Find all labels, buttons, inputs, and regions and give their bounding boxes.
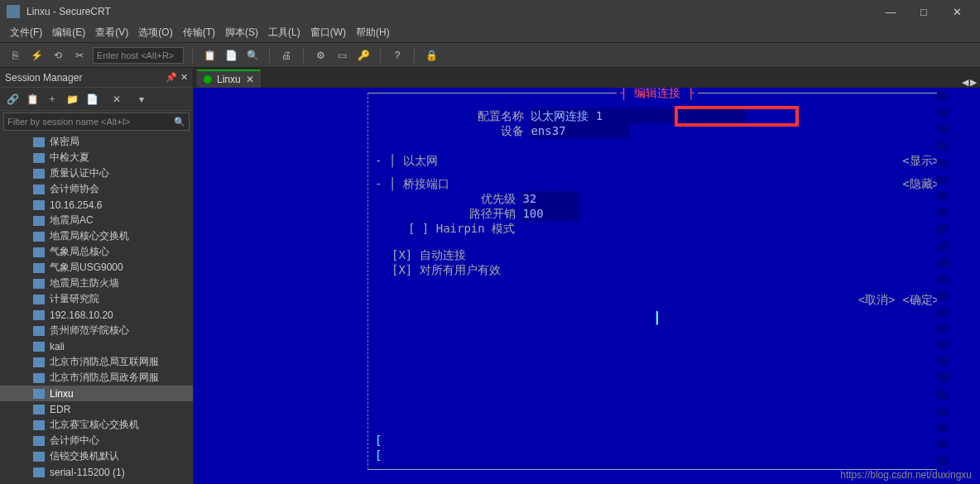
key-icon[interactable]: 🔑: [355, 47, 372, 64]
tab-label: Linxu: [217, 74, 241, 85]
connect-icon[interactable]: ⎘: [7, 47, 23, 64]
copy-icon[interactable]: 📋: [201, 47, 218, 64]
delete-icon[interactable]: ✕: [109, 92, 124, 107]
session-icon: [33, 279, 45, 289]
session-icon: [33, 342, 45, 352]
paste-icon[interactable]: 📄: [223, 47, 239, 64]
search-icon: 🔍: [174, 117, 185, 127]
app-icon: [7, 5, 20, 18]
nmtui-dialog: ┤ 编辑连接 ├ 配置名称 以太网连接 1 设备 ens37 - │ 以太网: [368, 93, 947, 470]
session-item[interactable]: 北京赛宝核心交换机: [0, 417, 193, 433]
session-item[interactable]: 北京市消防总局政务网服: [0, 370, 193, 386]
session-item[interactable]: Linxu: [0, 386, 193, 401]
session-label: 气象局总核心: [50, 245, 109, 259]
reconnect-icon[interactable]: ⟲: [50, 47, 66, 64]
dropdown-icon[interactable]: ▾: [134, 92, 149, 107]
menu-tools[interactable]: 工具(L): [268, 26, 300, 40]
new-folder-icon[interactable]: 📁: [65, 92, 79, 107]
all-users-checkbox[interactable]: [X] 对所有用户有效: [392, 262, 501, 277]
session-icon: [33, 467, 45, 477]
tab-linxu[interactable]: Linxu ✕: [197, 69, 261, 88]
menu-help[interactable]: 帮助(H): [356, 26, 390, 40]
find-icon[interactable]: 🔍: [244, 47, 261, 64]
new-session-icon[interactable]: ＋: [45, 92, 60, 107]
session-icon: [33, 232, 45, 242]
terminal-scrollbar[interactable]: [937, 93, 947, 470]
menu-script[interactable]: 脚本(S): [225, 26, 258, 40]
session-item[interactable]: 信锐交换机默认: [0, 448, 193, 464]
dialog-title: 编辑连接: [634, 88, 680, 99]
hairpin-checkbox[interactable]: [ ] Hairpin 模式: [408, 221, 515, 236]
lock-icon[interactable]: 🔒: [423, 47, 440, 64]
session-item[interactable]: 气象局USG9000: [0, 260, 193, 276]
menu-file[interactable]: 文件(F): [10, 26, 42, 40]
properties-icon[interactable]: 📄: [84, 92, 99, 107]
session-item[interactable]: 地震局AC: [0, 213, 193, 228]
menu-window[interactable]: 窗口(W): [310, 26, 346, 40]
device-input[interactable]: ens37: [531, 123, 630, 138]
minimize-button[interactable]: —: [874, 0, 907, 23]
tab-prev-icon[interactable]: ◀: [962, 77, 968, 88]
session-tree[interactable]: 保密局中检大夏质量认证中心会计师协会10.16.254.6地震局AC地震局核心交…: [0, 132, 193, 484]
show-button[interactable]: <显示>: [902, 153, 939, 168]
session-item[interactable]: 中检大夏: [0, 150, 193, 165]
session-label: 质量认证中心: [50, 166, 109, 180]
auto-connect-checkbox[interactable]: [X] 自动连接: [392, 247, 466, 262]
session-icon: [33, 420, 45, 430]
session-item[interactable]: 会计师中心: [0, 433, 193, 448]
sidebar-close-icon[interactable]: ✕: [180, 72, 188, 83]
filter-input[interactable]: Filter by session name <Alt+I> 🔍: [3, 113, 190, 131]
profile-name-input[interactable]: 以太网连接 1: [531, 108, 746, 123]
link-icon[interactable]: 🔗: [5, 92, 20, 107]
hide-button[interactable]: <隐藏>: [902, 176, 939, 191]
title-bar: Linxu - SecureCRT — □ ✕: [0, 0, 980, 23]
session-item[interactable]: 保密局: [0, 134, 193, 150]
disconnect-icon[interactable]: ✂: [71, 47, 88, 64]
session-item[interactable]: 计量研究院: [0, 291, 193, 307]
session-options-icon[interactable]: ▭: [334, 47, 350, 64]
tab-close-icon[interactable]: ✕: [246, 74, 254, 85]
cancel-button[interactable]: <取消>: [858, 292, 896, 307]
session-item[interactable]: 10.16.254.6: [0, 197, 193, 213]
pin-icon[interactable]: 📌: [166, 72, 177, 83]
main-toolbar: ⎘ ⚡ ⟲ ✂ Enter host <Alt+R> 📋 📄 🔍 🖨 ⚙ ▭ 🔑…: [0, 43, 980, 68]
priority-input[interactable]: 32: [522, 191, 580, 206]
menu-transfer[interactable]: 传输(T): [183, 26, 215, 40]
help-icon[interactable]: ?: [389, 47, 406, 64]
tab-next-icon[interactable]: ▶: [970, 77, 977, 88]
session-icon: [33, 153, 45, 163]
copy-session-icon[interactable]: 📋: [25, 92, 40, 107]
session-item[interactable]: 北京市消防总局互联网服: [0, 354, 193, 370]
ok-button[interactable]: <确定>: [902, 292, 939, 307]
session-item[interactable]: kali: [0, 338, 193, 354]
settings-icon[interactable]: ⚙: [312, 47, 329, 64]
session-item[interactable]: 地震局核心交换机: [0, 228, 193, 244]
quick-connect-icon[interactable]: ⚡: [28, 47, 45, 64]
session-item[interactable]: EDR: [0, 401, 193, 417]
session-item[interactable]: 地震局主防火墙: [0, 276, 193, 291]
terminal[interactable]: ┤ 编辑连接 ├ 配置名称 以太网连接 1 设备 ens37 - │ 以太网: [194, 88, 980, 484]
session-item[interactable]: 会计师协会: [0, 181, 193, 197]
session-item[interactable]: 贵州师范学院核心: [0, 323, 193, 338]
maximize-button[interactable]: □: [907, 0, 940, 23]
session-item[interactable]: 质量认证中心: [0, 165, 193, 181]
session-icon: [33, 295, 45, 304]
session-item[interactable]: serial-115200 (1): [0, 464, 193, 480]
session-label: 会计师中心: [50, 434, 99, 448]
profile-name-label: 配置名称: [375, 108, 524, 123]
session-icon: [33, 389, 45, 399]
host-placeholder: Enter host <Alt+R>: [97, 50, 174, 60]
menu-edit[interactable]: 编辑(E): [52, 26, 85, 40]
session-label: 地震局核心交换机: [50, 229, 129, 243]
session-item[interactable]: 192.168.10.20: [0, 307, 193, 323]
close-button[interactable]: ✕: [940, 0, 973, 23]
host-input[interactable]: Enter host <Alt+R>: [93, 47, 184, 64]
session-icon: [33, 216, 45, 226]
content-area: Linxu ✕ ◀ ▶ ┤ 编辑连接 ├ 配置名称 以太网连接 1: [194, 68, 980, 484]
session-item[interactable]: 气象局总核心: [0, 244, 193, 260]
pathcost-input[interactable]: 100: [522, 206, 580, 221]
print-icon[interactable]: 🖨: [278, 47, 295, 64]
menu-view[interactable]: 查看(V): [95, 26, 128, 40]
session-icon: [33, 357, 45, 367]
menu-options[interactable]: 选项(O): [138, 26, 172, 40]
